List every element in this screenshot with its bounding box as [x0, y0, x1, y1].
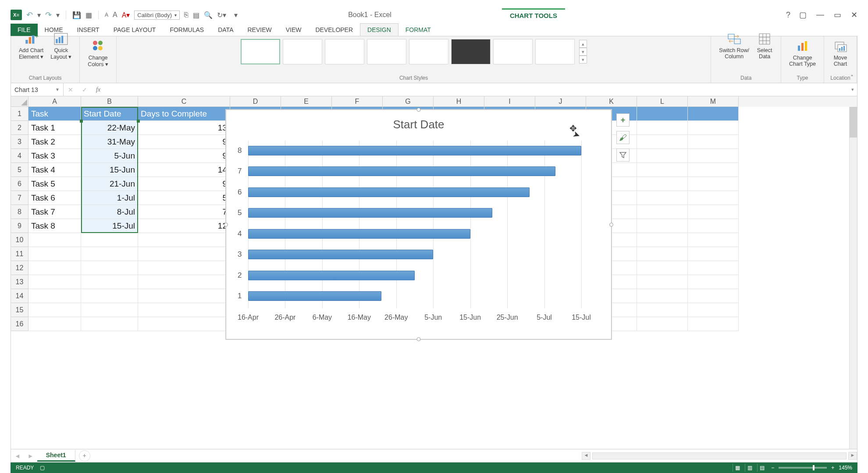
cell-L9[interactable] — [637, 219, 688, 233]
switch-row-column-button[interactable]: Switch Row/ Column — [716, 39, 752, 53]
minimize-button[interactable]: — — [816, 10, 824, 20]
chart-title[interactable]: Start Date — [226, 118, 611, 131]
quick-layout-button[interactable]: Quick Layout ▾ — [48, 39, 74, 53]
cell-C15[interactable] — [138, 303, 230, 317]
qat-btn-4[interactable]: 🔍 — [204, 11, 213, 19]
cell-M11[interactable] — [688, 247, 739, 261]
cell-A4[interactable]: Task 3 — [28, 149, 81, 163]
cell-L12[interactable] — [637, 261, 688, 275]
chart-bar[interactable] — [248, 229, 470, 239]
chart-bar[interactable] — [248, 271, 415, 280]
zoom-slider[interactable] — [779, 467, 827, 469]
cell-C3[interactable]: 9 — [138, 135, 230, 149]
select-all-corner[interactable] — [11, 96, 28, 107]
cell-A11[interactable] — [28, 247, 81, 261]
cell-C2[interactable]: 13 — [138, 121, 230, 135]
cell-M9[interactable] — [688, 219, 739, 233]
embedded-chart[interactable]: Start Date 16-Apr26-Apr6-May16-May26-May… — [226, 109, 612, 339]
cell-C14[interactable] — [138, 289, 230, 303]
cell-L5[interactable] — [637, 163, 688, 177]
cell-M6[interactable] — [688, 177, 739, 191]
undo-button[interactable]: ↶ — [26, 10, 33, 20]
chart-styles-button[interactable]: 🖌 — [616, 131, 630, 144]
cell-B15[interactable] — [81, 303, 138, 317]
tab-formulas[interactable]: FORMULAS — [163, 24, 211, 36]
cell-A12[interactable] — [28, 261, 81, 275]
tab-format[interactable]: FORMAT — [398, 24, 438, 36]
styles-expand[interactable]: ▾ — [579, 56, 587, 64]
col-header-B[interactable]: B — [81, 96, 138, 107]
tab-insert[interactable]: INSERT — [70, 24, 107, 36]
row-header[interactable]: 10 — [11, 233, 28, 247]
help-button[interactable]: ? — [786, 11, 790, 20]
cell-B5[interactable]: 15-Jun — [81, 163, 138, 177]
sheet-nav-next[interactable]: ► — [24, 452, 37, 459]
row-header[interactable]: 2 — [11, 121, 28, 135]
new-sheet-button[interactable]: + — [79, 450, 90, 462]
cell-C16[interactable] — [138, 317, 230, 331]
sheet-tab-sheet1[interactable]: Sheet1 — [37, 450, 75, 462]
cell-B11[interactable] — [81, 247, 138, 261]
chart-styles-gallery[interactable]: ▴ ▾ ▾ — [241, 39, 587, 64]
chart-bar[interactable] — [248, 208, 492, 218]
cell-L13[interactable] — [637, 275, 688, 289]
cell-B12[interactable] — [81, 261, 138, 275]
font-size-decrease[interactable]: A — [105, 12, 108, 18]
formula-input[interactable] — [105, 83, 848, 96]
chart-bar[interactable] — [248, 187, 530, 197]
cell-L11[interactable] — [637, 247, 688, 261]
chart-resize-handle[interactable] — [417, 108, 421, 112]
cell-B13[interactable] — [81, 275, 138, 289]
row-header[interactable]: 13 — [11, 275, 28, 289]
cell-A1[interactable]: Task — [28, 107, 81, 121]
font-size-increase[interactable]: A — [113, 11, 117, 19]
chart-style-5[interactable] — [409, 39, 448, 64]
chart-style-1[interactable] — [241, 39, 280, 64]
cell-B16[interactable] — [81, 317, 138, 331]
cell-B7[interactable]: 1-Jul — [81, 191, 138, 205]
col-header-G[interactable]: G — [383, 96, 434, 107]
cell-C11[interactable] — [138, 247, 230, 261]
redo-button[interactable]: ↷ — [45, 10, 52, 20]
add-chart-element-button[interactable]: + Add Chart Element ▾ — [16, 39, 46, 53]
chart-style-3[interactable] — [325, 39, 364, 64]
cell-C9[interactable]: 12 — [138, 219, 230, 233]
cell-M1[interactable] — [688, 107, 739, 121]
cell-L3[interactable] — [637, 135, 688, 149]
row-header[interactable]: 4 — [11, 149, 28, 163]
name-box[interactable]: Chart 13 ▼ — [11, 83, 64, 96]
chart-style-4[interactable] — [367, 39, 406, 64]
col-header-A[interactable]: A — [28, 96, 81, 107]
font-picker[interactable]: Calibri (Body) ▾ — [134, 11, 180, 20]
cell-M16[interactable] — [688, 317, 739, 331]
chart-style-8[interactable] — [535, 39, 575, 64]
cell-M4[interactable] — [688, 149, 739, 163]
redo-dropdown[interactable]: ▾ — [56, 11, 60, 19]
cell-M2[interactable] — [688, 121, 739, 135]
zoom-in-button[interactable]: + — [831, 465, 834, 471]
cell-B8[interactable]: 8-Jul — [81, 205, 138, 219]
qat-btn-2[interactable]: ⎘ — [184, 11, 189, 19]
cell-M14[interactable] — [688, 289, 739, 303]
cell-C10[interactable] — [138, 233, 230, 247]
qat-btn-3[interactable]: ▤ — [193, 11, 199, 19]
tab-review[interactable]: REVIEW — [240, 24, 278, 36]
cell-A15[interactable] — [28, 303, 81, 317]
row-header[interactable]: 11 — [11, 247, 28, 261]
row-header[interactable]: 3 — [11, 135, 28, 149]
cell-C7[interactable]: 5 — [138, 191, 230, 205]
chart-resize-handle[interactable] — [609, 222, 613, 226]
macro-record-icon[interactable]: ▢ — [40, 465, 45, 471]
chart-bar[interactable] — [248, 166, 555, 176]
cell-B14[interactable] — [81, 289, 138, 303]
cell-B6[interactable]: 21-Jun — [81, 177, 138, 191]
cell-A9[interactable]: Task 8 — [28, 219, 81, 233]
chart-style-2[interactable] — [283, 39, 322, 64]
cell-B3[interactable]: 31-May — [81, 135, 138, 149]
ribbon-display-options[interactable]: ▢ — [799, 10, 807, 20]
row-header[interactable]: 1 — [11, 107, 28, 121]
cell-B2[interactable]: 22-May — [81, 121, 138, 135]
chart-style-7[interactable] — [493, 39, 533, 64]
row-header[interactable]: 12 — [11, 261, 28, 275]
col-header-C[interactable]: C — [138, 96, 230, 107]
